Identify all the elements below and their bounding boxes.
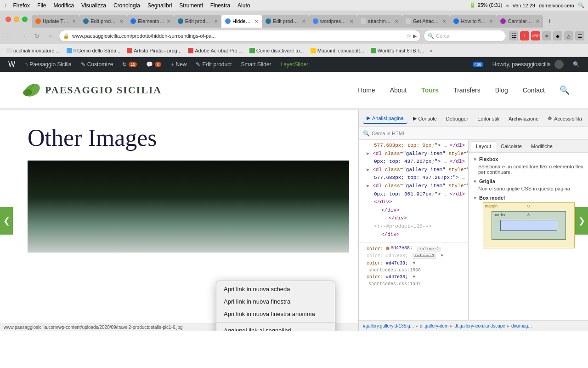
- back-button[interactable]: ←: [4, 30, 15, 41]
- menu-finestra[interactable]: Finestra: [210, 2, 230, 9]
- search-menu-icon[interactable]: 🔍: [578, 2, 584, 8]
- refresh-button[interactable]: ↻: [31, 30, 42, 41]
- extension2-icon[interactable]: ⚛: [542, 31, 551, 40]
- minimize-window-button[interactable]: [14, 17, 19, 22]
- flexbox-header[interactable]: ▼ Flexbox: [473, 156, 584, 162]
- wp-smart-slider[interactable]: Smart Slider: [237, 57, 276, 72]
- prev-arrow[interactable]: ❮: [0, 207, 13, 235]
- tab-close-button[interactable]: ✕: [214, 19, 218, 24]
- apple-menu[interactable]: : [4, 2, 6, 9]
- new-tab-button[interactable]: +: [543, 15, 556, 28]
- sync-icon[interactable]: △: [564, 31, 573, 40]
- tab-cambiare[interactable]: Cambiare... ✕: [497, 15, 543, 28]
- menu-strumenti[interactable]: Strumenti: [179, 2, 203, 9]
- next-arrow[interactable]: ❯: [575, 207, 588, 235]
- boxmodel-header[interactable]: ▼ Box model: [473, 195, 584, 201]
- screenshot-icon[interactable]: ▶: [413, 33, 417, 39]
- ctx-open-new-window[interactable]: Apri link in nuova finestra: [216, 295, 335, 308]
- wp-site-name[interactable]: ⌂ Paesaggio Sicilia: [20, 57, 76, 72]
- maximize-window-button[interactable]: [22, 17, 28, 22]
- nav-contact[interactable]: Contact: [523, 86, 545, 94]
- bookmark-occhiali[interactable]: occhiali montature ...: [4, 47, 63, 54]
- menu-visualizza[interactable]: Visualizza: [81, 2, 106, 9]
- tab-update[interactable]: Update Th... ✕: [32, 15, 79, 28]
- home-button[interactable]: ⌂: [45, 30, 56, 41]
- nav-tours[interactable]: Tours: [421, 86, 439, 94]
- wp-howdy[interactable]: Howdy, paesaggiosicilia: [488, 57, 568, 72]
- menu-firefox[interactable]: Firefox: [13, 2, 30, 9]
- tab-close-button[interactable]: ✕: [350, 19, 353, 24]
- bookmark-star-icon[interactable]: ☆: [407, 33, 411, 39]
- rp-tab-layout[interactable]: Layout: [471, 141, 496, 151]
- bookmark-adobe[interactable]: Adobe Acrobat Pro ...: [185, 47, 246, 54]
- tab-close-button[interactable]: ✕: [536, 19, 539, 24]
- close-window-button[interactable]: [6, 17, 11, 22]
- menu-segnalibri[interactable]: Segnalibri: [147, 2, 172, 9]
- tab-close-button[interactable]: ✕: [72, 19, 76, 24]
- url-bar[interactable]: 🔒 www.paesaggiosicilia.com/prodotto/hidd…: [59, 30, 421, 42]
- bc-dt[interactable]: dt.gallery-icon.landscape: [454, 323, 505, 328]
- menu-file[interactable]: File: [37, 2, 46, 9]
- tab-hidden-active[interactable]: Hidden... ✕: [221, 15, 262, 28]
- wp-edit-product[interactable]: ✎ Edit product: [191, 57, 236, 72]
- tab-close-button[interactable]: ✕: [395, 19, 398, 24]
- tab-close-button[interactable]: ✕: [442, 19, 446, 24]
- dt-tool-console[interactable]: ▶ Console: [409, 114, 441, 123]
- extensions-icon[interactable]: ☳: [509, 31, 518, 40]
- tab-wordpress[interactable]: wordpress... ✕: [309, 15, 357, 28]
- rp-tab-calcolate[interactable]: Calcolate: [496, 142, 526, 151]
- nav-about[interactable]: About: [390, 86, 407, 94]
- wp-customize[interactable]: ✎ Customize: [76, 57, 118, 72]
- tab-close-button[interactable]: ✕: [254, 19, 258, 24]
- expand-icon[interactable]: ▶: [367, 151, 370, 156]
- forward-button[interactable]: →: [17, 30, 28, 41]
- ctx-add-bookmark[interactable]: Aggiungi link ai segnalibri...: [216, 324, 335, 331]
- nav-home[interactable]: Home: [358, 86, 375, 94]
- bookmark-artista[interactable]: Artista Pirata - prog...: [124, 47, 184, 54]
- tab-attachme[interactable]: attachme... ✕: [357, 15, 402, 28]
- ctx-open-new-tab[interactable]: Apri link in nuova scheda: [216, 283, 335, 295]
- tab-close-button[interactable]: ✕: [302, 19, 305, 24]
- tab-close-button[interactable]: ✕: [489, 19, 493, 24]
- html-search-input[interactable]: [372, 131, 584, 136]
- adblock-badge[interactable]: ABP: [531, 31, 540, 40]
- tab-edit1[interactable]: Edit produ... ✕: [79, 15, 127, 28]
- wp-layer-slider[interactable]: LayerSlider: [276, 57, 313, 72]
- menu-icon[interactable]: ☰: [575, 31, 584, 40]
- wp-comments[interactable]: 💬 0: [141, 57, 166, 72]
- bc-dl[interactable]: dl.gallery-item: [420, 323, 448, 328]
- ctx-open-private[interactable]: Apri link in nuova finestra anonima: [216, 308, 335, 320]
- wp-adblock[interactable]: 436: [468, 57, 488, 72]
- expand-icon[interactable]: ▶: [367, 183, 370, 189]
- dt-tool-debugger[interactable]: Debugger: [442, 114, 472, 123]
- menu-modifica[interactable]: Modifica: [53, 2, 74, 9]
- tab-edit2[interactable]: Edit produ... ✕: [174, 15, 221, 28]
- expand-icon[interactable]: ▶: [367, 167, 370, 172]
- notifications-icon[interactable]: !: [520, 31, 529, 40]
- tab-get-attach[interactable]: Get Attach... ✕: [402, 15, 450, 28]
- bookmark-mopoint[interactable]: Mopoint: caricabatt...: [308, 47, 367, 54]
- more-bookmarks-icon[interactable]: »: [430, 48, 432, 53]
- menu-cronologia[interactable]: Cronologia: [113, 2, 140, 9]
- dt-tool-analysis[interactable]: ▶ Analisi pagina: [363, 113, 407, 124]
- tab-close-button[interactable]: ✕: [119, 19, 123, 24]
- wp-search-admin[interactable]: 🔍: [568, 57, 584, 72]
- wp-logo-item[interactable]: W: [4, 57, 20, 72]
- bookmark-worlds[interactable]: World's First 6TB T...: [368, 47, 427, 54]
- griglia-header[interactable]: ▼ Griglia: [473, 178, 584, 184]
- pocket-icon[interactable]: ◆: [553, 31, 562, 40]
- search-icon[interactable]: 🔍: [560, 85, 570, 95]
- tab-elementor[interactable]: Elementor... ✕: [127, 15, 174, 28]
- html-panel[interactable]: 577.683px; top: 0px;"> … </dl> ▶ <dl cla…: [359, 140, 469, 320]
- tab-how-to[interactable]: How to fin... ✕: [450, 15, 497, 28]
- rp-tab-modifiche[interactable]: Modifiche: [526, 142, 557, 151]
- bc-gallery[interactable]: #gallery.galleryid-135.g...: [363, 323, 414, 328]
- dt-tool-storage[interactable]: Archiviazione: [505, 114, 542, 123]
- bookmark-genio[interactable]: Il Genio dello Strea...: [64, 47, 124, 54]
- search-bar[interactable]: 🔍 Cerca: [424, 30, 506, 42]
- tab-edit3[interactable]: Edit produ... ✕: [262, 15, 309, 28]
- menu-aiuto[interactable]: Aiuto: [237, 2, 250, 9]
- bookmark-disattivare[interactable]: Come disattivare tu...: [247, 47, 307, 54]
- site-logo[interactable]: PAESAGGIO SICILIA: [18, 79, 162, 102]
- nav-blog[interactable]: Blog: [495, 86, 508, 94]
